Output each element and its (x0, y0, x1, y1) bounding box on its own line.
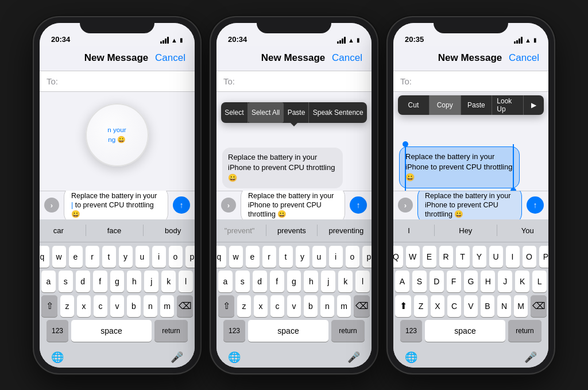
key3-Y[interactable]: Y (473, 246, 486, 268)
send-button-2[interactable]: ↑ (350, 196, 367, 214)
delete-key-2[interactable]: ⌫ (354, 295, 370, 317)
key-q[interactable]: q (40, 246, 49, 268)
key3-O[interactable]: O (523, 246, 536, 268)
autocorrect-word-2[interactable]: face (102, 226, 127, 235)
key2-h[interactable]: h (304, 271, 318, 292)
key2-u[interactable]: u (312, 246, 326, 268)
key3-H[interactable]: H (481, 271, 495, 292)
key3-L[interactable]: L (532, 271, 547, 292)
expand-button-1[interactable]: › (44, 198, 59, 213)
key-d[interactable]: d (76, 271, 90, 292)
message-input-1[interactable]: Replace the battery in your | to prevent… (64, 186, 168, 225)
key3-G[interactable]: G (464, 271, 478, 292)
num-key-3[interactable]: 123 (400, 320, 422, 342)
key3-Z[interactable]: Z (414, 295, 428, 317)
prediction-1[interactable]: "prevent" (220, 226, 260, 235)
context3-cut[interactable]: Cut (398, 95, 430, 115)
key-y[interactable]: y (119, 246, 133, 268)
globe-icon-3[interactable]: 🌐 (405, 351, 417, 364)
key-z[interactable]: z (60, 295, 74, 317)
key2-o[interactable]: o (346, 246, 359, 268)
num-key-2[interactable]: 123 (223, 320, 245, 342)
key2-n[interactable]: n (320, 295, 334, 317)
key3-T[interactable]: T (456, 246, 470, 268)
key-x[interactable]: x (77, 295, 91, 317)
delete-key-1[interactable]: ⌫ (177, 295, 193, 317)
prediction-3[interactable]: preventing (324, 226, 369, 235)
message-input-2[interactable]: Replace the battery in your iPhone to pr… (241, 186, 345, 225)
cancel-button-2[interactable]: Cancel (332, 52, 362, 64)
context3-more[interactable]: ▶ (524, 95, 544, 115)
key3-C[interactable]: C (447, 295, 461, 317)
autocorrect-word-1[interactable]: car (48, 226, 69, 235)
key-c[interactable]: c (94, 295, 107, 317)
key2-b[interactable]: b (304, 295, 318, 317)
key-o[interactable]: o (169, 246, 183, 268)
key-h[interactable]: h (127, 271, 141, 292)
key3-K[interactable]: K (515, 271, 529, 292)
shift-key-1[interactable]: ⇧ (41, 295, 57, 317)
key-e[interactable]: e (69, 246, 83, 268)
key3-S[interactable]: S (412, 271, 427, 292)
num-key-1[interactable]: 123 (47, 320, 68, 342)
cancel-button-1[interactable]: Cancel (155, 52, 185, 64)
shift-key-3[interactable]: ⬆ (395, 295, 411, 317)
space-key-1[interactable]: space (71, 320, 152, 342)
key-n[interactable]: n (144, 295, 157, 317)
key-i[interactable]: i (152, 246, 166, 268)
return-key-3[interactable]: return (508, 320, 541, 342)
key-a[interactable]: a (41, 271, 56, 292)
prediction3-1[interactable]: I (403, 226, 415, 235)
return-key-1[interactable]: return (154, 320, 188, 342)
key2-v[interactable]: v (287, 295, 301, 317)
mic-icon-3[interactable]: 🎤 (524, 351, 537, 364)
return-key-2[interactable]: return (331, 320, 365, 342)
space-key-3[interactable]: space (425, 320, 505, 342)
key2-m[interactable]: m (337, 295, 351, 317)
key-v[interactable]: v (110, 295, 124, 317)
key2-i[interactable]: i (329, 246, 343, 268)
context-select[interactable]: Select (221, 102, 247, 123)
key3-E[interactable]: E (423, 246, 436, 268)
key2-r[interactable]: r (262, 246, 276, 268)
key3-R[interactable]: R (439, 246, 453, 268)
cancel-button-3[interactable]: Cancel (509, 52, 539, 64)
key-t[interactable]: t (102, 246, 116, 268)
expand-button-2[interactable]: › (221, 198, 236, 213)
key3-X[interactable]: X (431, 295, 444, 317)
context3-copy[interactable]: Copy (430, 95, 461, 115)
expand-button-3[interactable]: › (398, 198, 413, 213)
context-speak[interactable]: Speak Sentence (310, 102, 367, 123)
key2-a[interactable]: a (218, 271, 233, 292)
space-key-2[interactable]: space (248, 320, 328, 342)
key3-N[interactable]: N (497, 295, 511, 317)
key-p[interactable]: p (185, 246, 195, 268)
context-select-all[interactable]: Select All (248, 102, 284, 123)
key-j[interactable]: j (144, 271, 158, 292)
key3-I[interactable]: I (506, 246, 520, 268)
key3-V[interactable]: V (464, 295, 478, 317)
send-button-3[interactable]: ↑ (527, 196, 544, 214)
key2-e[interactable]: e (246, 246, 260, 268)
prediction-2[interactable]: prevents (273, 226, 311, 235)
key2-p[interactable]: p (362, 246, 372, 268)
key2-t[interactable]: t (279, 246, 293, 268)
key-u[interactable]: u (136, 246, 149, 268)
key3-F[interactable]: F (447, 271, 461, 292)
mic-icon-1[interactable]: 🎤 (171, 351, 183, 364)
key3-D[interactable]: D (430, 271, 444, 292)
globe-icon-1[interactable]: 🌐 (51, 351, 64, 364)
prediction3-3[interactable]: You (517, 226, 539, 235)
key2-d[interactable]: d (253, 271, 267, 292)
key2-f[interactable]: f (270, 271, 284, 292)
context3-lookup[interactable]: Look Up (492, 95, 524, 115)
shift-key-2[interactable]: ⇧ (218, 295, 234, 317)
key2-x[interactable]: x (254, 295, 268, 317)
mic-icon-2[interactable]: 🎤 (347, 351, 360, 364)
key2-s[interactable]: s (235, 271, 250, 292)
key2-y[interactable]: y (296, 246, 310, 268)
key-m[interactable]: m (160, 295, 174, 317)
key2-w[interactable]: w (229, 246, 243, 268)
key3-A[interactable]: A (395, 271, 409, 292)
send-button-1[interactable]: ↑ (173, 196, 190, 214)
